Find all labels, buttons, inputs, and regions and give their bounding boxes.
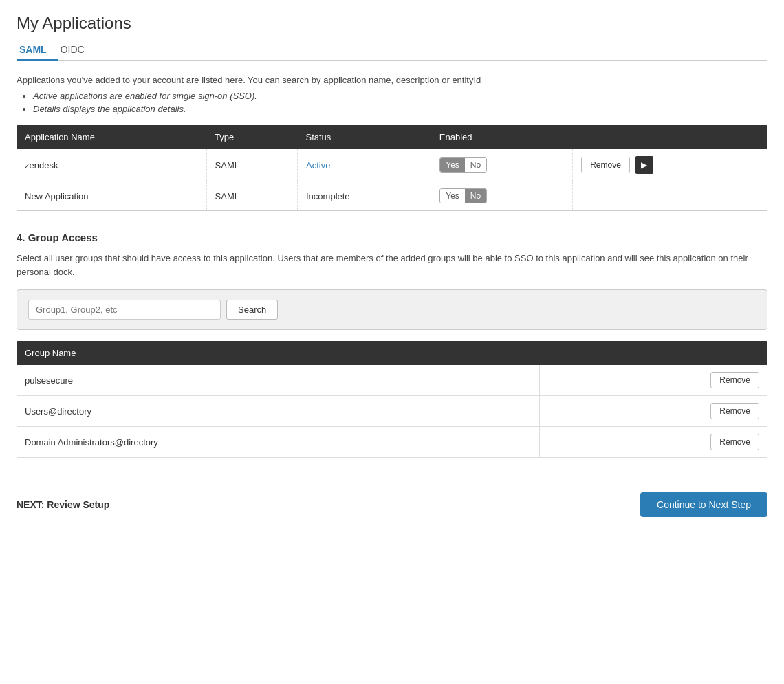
list-item: Domain Administrators@directory Remove (17, 427, 767, 458)
table-row: zendesk SAML Active Yes No Remove ▶ (17, 149, 767, 181)
group-name-users: Users@directory (17, 396, 539, 427)
group-remove-domain-admins: Remove (539, 427, 767, 458)
group-remove-users: Remove (539, 396, 767, 427)
section-title: 4. Group Access (17, 232, 767, 243)
remove-users-button[interactable]: Remove (710, 403, 759, 419)
section-heading: Group Access (28, 232, 98, 243)
bullet-2: Details displays the application details… (33, 104, 767, 114)
continue-button[interactable]: Continue to Next Step (640, 492, 767, 517)
group-table-header: Group Name (17, 341, 767, 365)
toggle-no-new[interactable]: No (465, 189, 486, 203)
col-group-actions (539, 341, 767, 365)
col-type: Type (206, 125, 297, 149)
col-status: Status (298, 125, 431, 149)
app-status-zendesk: Active (298, 149, 431, 181)
description-area: Applications you've added to your accoun… (17, 75, 767, 114)
app-actions-zendesk: Remove ▶ (573, 149, 767, 181)
app-type-new: SAML (206, 181, 297, 211)
footer: NEXT: Review Setup Continue to Next Step (17, 485, 767, 517)
actions-cell-zendesk: Remove ▶ (581, 156, 759, 174)
tab-saml[interactable]: SAML (17, 40, 58, 60)
toggle-new-app[interactable]: Yes No (439, 188, 487, 203)
list-item: pulsesecure Remove (17, 365, 767, 396)
remove-pulsesecure-button[interactable]: Remove (710, 372, 759, 388)
app-status-new: Incomplete (298, 181, 431, 211)
group-access-description: Select all user groups that should have … (17, 252, 767, 278)
remove-domain-admins-button[interactable]: Remove (710, 434, 759, 450)
applications-table: Application Name Type Status Enabled zen… (17, 125, 767, 211)
group-name-pulsesecure: pulsesecure (17, 365, 539, 396)
app-enabled-new: Yes No (431, 181, 573, 211)
app-enabled-zendesk: Yes No (431, 149, 573, 181)
list-item: Users@directory Remove (17, 396, 767, 427)
page-title: My Applications (17, 14, 767, 33)
toggle-yes-new[interactable]: Yes (440, 189, 465, 203)
group-name-domain-admins: Domain Administrators@directory (17, 427, 539, 458)
description-main: Applications you've added to your accoun… (17, 75, 767, 85)
details-arrow-zendesk[interactable]: ▶ (635, 156, 653, 174)
search-button[interactable]: Search (226, 300, 278, 320)
toggle-zendesk[interactable]: Yes No (439, 157, 487, 173)
section-number: 4. (17, 232, 25, 243)
app-type-zendesk: SAML (206, 149, 297, 181)
toggle-yes-zendesk[interactable]: Yes (440, 158, 465, 172)
col-actions (573, 125, 767, 149)
col-group-name: Group Name (17, 341, 539, 365)
remove-zendesk-button[interactable]: Remove (581, 157, 630, 173)
table-row: New Application SAML Incomplete Yes No (17, 181, 767, 211)
col-app-name: Application Name (17, 125, 206, 149)
app-actions-new (573, 181, 767, 211)
app-table-header: Application Name Type Status Enabled (17, 125, 767, 149)
group-access-section: 4. Group Access Select all user groups t… (17, 232, 767, 458)
app-name-zendesk: zendesk (17, 149, 206, 181)
group-remove-pulsesecure: Remove (539, 365, 767, 396)
tabs-container: SAML OIDC (17, 40, 767, 61)
bullet-1: Active applications are enabled for sing… (33, 91, 767, 101)
footer-label: NEXT: Review Setup (17, 499, 109, 510)
app-name-new: New Application (17, 181, 206, 211)
group-table: Group Name pulsesecure Remove Users@dire… (17, 341, 767, 458)
tab-oidc[interactable]: OIDC (58, 40, 96, 60)
col-enabled: Enabled (431, 125, 573, 149)
group-search-box: Search (17, 289, 767, 330)
group-search-input[interactable] (28, 300, 221, 320)
toggle-no-zendesk[interactable]: No (465, 158, 486, 172)
description-bullets: Active applications are enabled for sing… (17, 91, 767, 114)
